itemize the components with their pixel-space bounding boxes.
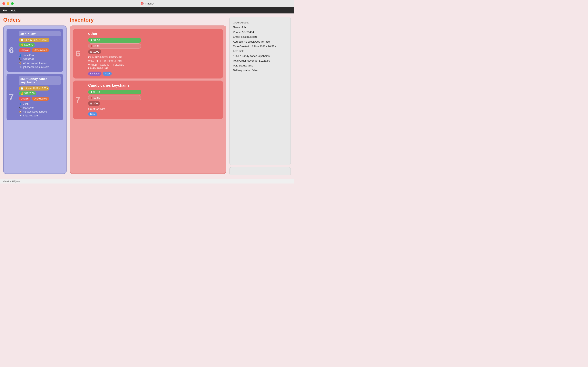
phone-icon-7: 📞 [19, 106, 22, 109]
badge-undelivered-6: Undelivered [32, 48, 49, 52]
order-card-6[interactable]: 6 30 * Pillow 🕐 11 Nov 2022 <16:53> 💰 $8… [7, 29, 63, 72]
home-icon: 🏠 [19, 62, 22, 65]
inventory-list: 6 other ⬆ $2.00 ⬇ $1.98 [70, 25, 226, 174]
inv-title-7: Candy canes keychains [88, 83, 220, 88]
order-content-7: 351 * Candy canes keychains 🕐 11 Nov 202… [19, 76, 61, 117]
inv-title-6: other [88, 32, 220, 36]
detail-input[interactable] [229, 167, 291, 175]
email-icon-7: ✉ [19, 114, 22, 117]
badge-unpaid-6: Unpaid [19, 48, 31, 52]
person-icon-7: 👤 [19, 102, 22, 106]
money-icon: 💰 [20, 43, 24, 46]
clock-icon-7: 🕐 [20, 87, 24, 90]
inventory-panel: Inventory 6 other ⬆ $2.00 ⬇ [70, 17, 226, 175]
inv-price-up-7: ⬆ $3.50 [88, 90, 141, 94]
order-amount-7: 💰 $1228.50 [19, 91, 36, 95]
phone-icon: 📞 [19, 58, 22, 61]
order-phone-7: 📞 98763494 [19, 106, 61, 109]
order-date-7: 🕐 11 Nov 2022 <16:57> [19, 86, 49, 91]
badge-new-6: New [103, 72, 112, 76]
order-date-6: 🕐 11 Nov 2022 <16:53> [19, 38, 49, 42]
email-icon: ✉ [19, 66, 22, 69]
inv-content-7: Candy canes keychains ⬆ $3.50 ⬇ $0.89 [88, 83, 220, 116]
grid-icon-7: ⊞ [90, 102, 93, 105]
app-icon: 🎯 [140, 2, 144, 5]
order-amount-6: 💰 $899.70 [19, 43, 35, 47]
main-content: Orders 6 30 * Pillow 🕐 11 Nov 2022 <16:5… [0, 13, 294, 179]
inv-stock-7: ⊞ 350 [88, 101, 100, 106]
orders-list: 6 30 * Pillow 🕐 11 Nov 2022 <16:53> 💰 $8… [3, 25, 67, 174]
inv-badges-6: Limipted New [88, 72, 220, 76]
detail-item-list-label: Item List: [233, 49, 287, 53]
status-path: ./data/trackO.json [2, 180, 20, 183]
detail-paid-status: Paid status: false [233, 63, 287, 68]
arrow-up-icon-6: ⬆ [90, 39, 93, 42]
detail-email: Email: k@u.nus.edu [233, 34, 287, 39]
menu-help[interactable]: Help [11, 9, 16, 12]
inventory-title: Inventory [70, 17, 226, 23]
order-name-7: 👤 John [19, 102, 61, 106]
order-phone-6: 📞 91234567 [19, 58, 61, 61]
order-title-6: 30 * Pillow [19, 31, 61, 36]
inv-badges-7: New [88, 112, 220, 116]
orders-title: Orders [3, 17, 67, 23]
inv-card-6[interactable]: 6 other ⬆ $2.00 ⬇ $1.98 [73, 29, 223, 78]
badge-unpaid-7: Unpaid [19, 97, 31, 101]
order-email-6: ✉ johndoe@example.com [19, 66, 61, 69]
maximize-button[interactable] [11, 2, 14, 5]
inv-text-block-6: KAJHSFDIBFLWIUFBEJKHBFL WKAHBFLIRUBFGLWK… [88, 56, 220, 70]
orders-panel: Orders 6 30 * Pillow 🕐 11 Nov 2022 <16:5… [3, 17, 67, 175]
menu-file[interactable]: File [2, 9, 7, 12]
detail-phone: Phone: 98763494 [233, 30, 287, 34]
status-bar: ./data/trackO.json [0, 179, 294, 184]
badge-undelivered-7: Undelivered [32, 97, 49, 101]
inv-number-7: 7 [76, 95, 80, 105]
detail-total-revenue: Total Order Revenue: $1228.50 [233, 58, 287, 63]
badge-limited-6: Limipted [88, 72, 102, 76]
order-number-6: 6 [9, 45, 14, 55]
detail-panel: Order Added: Name: John Phone: 98763494 … [229, 17, 291, 175]
close-button[interactable] [2, 2, 5, 5]
inv-card-7[interactable]: 7 Candy canes keychains ⬆ $3.50 ⬇ $0.89 [73, 81, 223, 119]
detail-items: • 351 * Candy canes keychains [233, 54, 287, 58]
order-content-6: 30 * Pillow 🕐 11 Nov 2022 <16:53> 💰 $899… [19, 31, 61, 69]
inv-stock-6: ⊞ 1000 [88, 49, 101, 54]
home-icon-7: 🏠 [19, 110, 22, 113]
inv-description-7: Great for kids! [88, 108, 220, 110]
detail-box: Order Added: Name: John Phone: 98763494 … [229, 17, 291, 165]
inv-price-down-7: ⬇ $0.89 [88, 95, 141, 100]
detail-order-added: Order Added: [233, 20, 287, 25]
order-card-7[interactable]: 7 351 * Candy canes keychains 🕐 11 Nov 2… [7, 74, 63, 120]
order-name-6: 👤 John Doe [19, 54, 61, 57]
detail-time-created: Time Created: 11 Nov 2022 <16:57> [233, 44, 287, 49]
clock-icon: 🕐 [20, 39, 24, 42]
money-icon-7: 💰 [20, 92, 24, 95]
order-email-7: ✉ k@u.nus.edu [19, 114, 61, 117]
arrow-up-icon-7: ⬆ [90, 91, 93, 94]
order-address-6: 🏠 48 Westwood Terrace [19, 62, 61, 65]
order-number-7: 7 [9, 92, 14, 102]
order-address-7: 🏠 48 Westwood Terrace [19, 110, 61, 113]
detail-name: Name: John [233, 25, 287, 30]
inv-price-down-6: ⬇ $1.98 [88, 43, 141, 49]
person-icon: 👤 [19, 54, 22, 57]
badge-new-7: New [88, 112, 97, 116]
grid-icon-6: ⊞ [90, 50, 93, 53]
title-bar: 🎯 TrackO [0, 0, 294, 7]
detail-address: Address: 48 Westwood Terrace [233, 39, 287, 44]
order-title-7: 351 * Candy canes keychains [19, 76, 61, 85]
arrow-down-icon-6: ⬇ [90, 44, 93, 48]
window-title: 🎯 TrackO [140, 2, 154, 5]
inv-price-up-6: ⬆ $2.00 [88, 38, 141, 43]
inv-content-6: other ⬆ $2.00 ⬇ $1.98 [88, 32, 220, 76]
arrow-down-icon-7: ⬇ [90, 96, 93, 99]
inv-number-6: 6 [76, 49, 80, 58]
order-badges-6: Unpaid Undelivered [19, 48, 61, 52]
order-badges-7: Unpaid Undelivered [19, 97, 61, 101]
traffic-lights [2, 2, 14, 5]
menu-bar: File Help [0, 7, 294, 13]
minimize-button[interactable] [7, 2, 9, 5]
detail-delivery-status: Delivery status: false [233, 68, 287, 73]
